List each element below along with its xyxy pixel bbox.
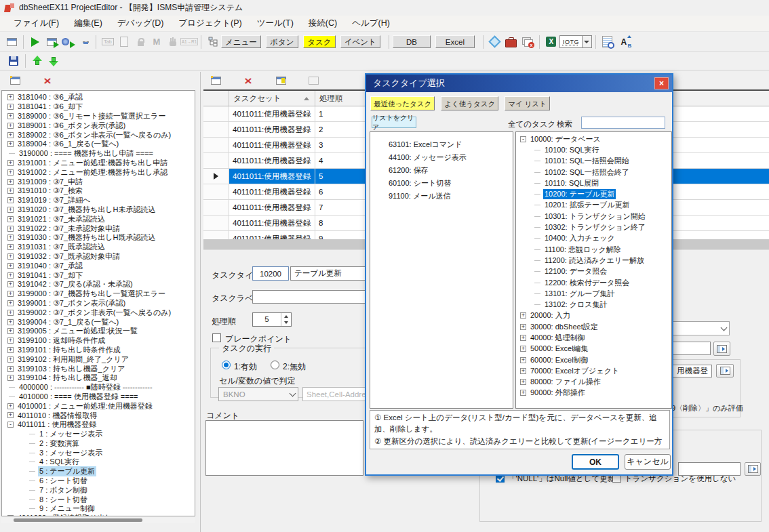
expand-toggle-icon[interactable]: + xyxy=(7,132,14,138)
tree-item[interactable]: +3191022 : ③7_未承認対象申請 xyxy=(3,224,186,233)
tree-item[interactable]: +3199002 : ③7_ボタン非表示(一覧へ戻るのみ) xyxy=(3,308,186,317)
tree-item[interactable]: 12100: データ照会 xyxy=(519,266,670,277)
view-button[interactable]: イベント xyxy=(340,35,380,48)
tree-item[interactable]: 13102: クロス集計 xyxy=(519,299,670,310)
tree-item[interactable]: +3191041 : ③7_却下 xyxy=(3,270,186,280)
tasktype-code-field[interactable]: 10200 xyxy=(252,266,289,281)
db-button[interactable]: DB xyxy=(393,35,431,48)
expand-toggle-icon[interactable]: + xyxy=(520,312,526,319)
expand-toggle-icon[interactable]: + xyxy=(520,324,526,330)
list-item[interactable]: 63101: Excelコマンド xyxy=(370,138,513,151)
tree-item[interactable]: +3189004 : ③6_1_戻る(一覧へ) xyxy=(3,140,186,149)
expand-toggle-icon[interactable]: + xyxy=(7,347,14,353)
tree-item[interactable]: 10200: テーブル更新 xyxy=(519,188,670,199)
expand-toggle-icon[interactable]: + xyxy=(7,113,14,119)
tree-item[interactable]: 10102: SQL一括照会終了 xyxy=(519,167,670,178)
expand-toggle-icon[interactable]: - xyxy=(7,422,14,428)
tree-item[interactable]: +3199005 : メニュー前処理:状況一覧 xyxy=(3,327,186,336)
tree-item[interactable]: +60000: Excel制御 xyxy=(519,354,670,365)
tree-item[interactable]: +3199101 : 持ち出し時条件作成 xyxy=(3,346,186,355)
menu-item[interactable]: 接続(C) xyxy=(301,16,344,31)
expand-toggle-icon[interactable]: + xyxy=(7,104,14,110)
tree-item[interactable]: 10100: SQL実行 xyxy=(519,144,670,155)
tree-item[interactable]: +3191042 : ③7_戻る(承認・未承認) xyxy=(3,280,186,289)
expand-toggle-icon[interactable]: + xyxy=(7,356,14,363)
tree-item[interactable]: 10301: トランザクション開始 xyxy=(519,211,670,222)
dialog-close-button[interactable]: × xyxy=(654,77,669,89)
tree-item[interactable]: +3181040 : ③6_承認 xyxy=(3,93,186,102)
expand-toggle-icon[interactable]: + xyxy=(7,160,14,166)
tree-item[interactable]: +4011010 : 機器情報取得 xyxy=(3,411,186,420)
tree-item[interactable]: 10400: 入力チェック xyxy=(519,233,670,244)
delete-task-icon[interactable]: × xyxy=(241,73,256,88)
expand-toggle-icon[interactable]: + xyxy=(520,368,526,374)
menu-item[interactable]: デバッグ(D) xyxy=(110,16,172,31)
expand-button-3[interactable] xyxy=(745,462,761,476)
toolbox-icon[interactable] xyxy=(504,35,519,49)
expand-toggle-icon[interactable]: + xyxy=(7,328,14,334)
right-field-3[interactable] xyxy=(678,462,741,476)
expand-toggle-icon[interactable]: - xyxy=(520,136,526,142)
iotg-dropdown[interactable]: IOTG xyxy=(559,35,592,48)
hierarchy-icon[interactable] xyxy=(205,35,220,49)
expand-toggle-icon[interactable]: + xyxy=(7,310,14,316)
tree-item[interactable]: +3181041 : ③6_却下 xyxy=(3,102,186,112)
expand-toggle-icon[interactable]: + xyxy=(520,335,526,341)
tree-item[interactable]: +3199001 : ③7_ボタン表示(承認) xyxy=(3,299,186,308)
tree-item[interactable]: 3 : メッセージ表示 xyxy=(3,448,186,457)
expand-toggle-icon[interactable]: + xyxy=(7,375,14,381)
tree-item[interactable]: 10302: トランザクション終了 xyxy=(519,222,670,232)
dialog-tab[interactable]: 最近使ったタスク xyxy=(370,96,435,110)
expand-toggle-icon[interactable]: + xyxy=(7,226,14,232)
tree-item[interactable]: +4011020 : 登録情報取り出し xyxy=(3,514,186,516)
tree-item[interactable]: 7 : ボタン制御 xyxy=(3,485,186,495)
tree-item[interactable]: -4011011 : 使用機器登録 xyxy=(3,420,186,430)
panel-splitter[interactable] xyxy=(200,72,201,532)
tree-item[interactable]: 10101: SQL一括照会開始 xyxy=(519,156,670,167)
tree-horizontal-scrollbar[interactable] xyxy=(1,517,195,523)
view-button[interactable]: メニュー xyxy=(221,35,261,48)
new-task-icon[interactable] xyxy=(208,73,223,88)
expand-toggle-icon[interactable]: + xyxy=(7,179,14,185)
tree-item[interactable]: +3199000 : ③7_機器持ち出し一覧選択エラー xyxy=(3,289,186,299)
excel-app-icon[interactable]: X xyxy=(544,35,559,49)
tree-item[interactable]: +3191030 : ③7_機器持ち出しH既承認読込 xyxy=(3,233,186,243)
tree-item[interactable]: 5 : テーブル更新 xyxy=(3,467,186,476)
tree-item[interactable]: +70000: Excelオブジェクト xyxy=(519,365,670,376)
tree-item[interactable]: 4 : SQL実行 xyxy=(3,457,186,467)
tree-item[interactable]: +3199102 : 利用期間_終了_クリア xyxy=(3,354,186,364)
clear-list-button[interactable]: リストをクリア xyxy=(372,117,416,128)
tree-item[interactable]: +20000: 入力 xyxy=(519,310,670,321)
tree-item[interactable]: +3189001 : ③6_ボタン表示(承認) xyxy=(3,121,186,130)
expand-toggle-icon[interactable]: + xyxy=(7,515,14,516)
tree-item[interactable]: 1 : メッセージ表示 xyxy=(3,430,186,439)
build-run-icon[interactable] xyxy=(60,35,75,49)
move-up-icon[interactable] xyxy=(30,54,45,68)
tree-item[interactable]: 9 : メニュー制御 xyxy=(3,504,186,514)
tree-item[interactable]: +3189000 : ③6_リモート接続一覧選択エラー xyxy=(3,112,186,121)
close-forms-icon[interactable]: x xyxy=(520,35,535,49)
expand-button-1[interactable] xyxy=(713,342,730,356)
expand-toggle-icon[interactable]: + xyxy=(520,379,526,385)
dialog-tab[interactable]: よく使うタスク xyxy=(441,96,498,110)
comment-field[interactable] xyxy=(205,420,363,476)
new-window-icon[interactable] xyxy=(77,35,92,49)
tree-item[interactable]: +80000: ファイル操作 xyxy=(519,377,670,388)
expand-toggle-icon[interactable]: + xyxy=(520,357,526,363)
expand-toggle-icon[interactable]: + xyxy=(7,169,14,176)
expand-toggle-icon[interactable]: + xyxy=(7,272,14,279)
tree-item[interactable]: 11200: 読込済みクエリー解放 xyxy=(519,255,670,266)
chevron-down-icon[interactable] xyxy=(583,35,592,48)
rename-icon[interactable]: AB xyxy=(616,35,631,49)
project-window-icon[interactable] xyxy=(4,35,19,49)
tree-item[interactable]: +3191040 : ③7_承認 xyxy=(3,261,186,270)
expand-toggle-icon[interactable]: + xyxy=(7,207,14,213)
tree-item[interactable]: +3191010 : ③7_検索 xyxy=(3,186,186,196)
run-icon[interactable] xyxy=(28,35,43,49)
delete-taskset-icon[interactable]: × xyxy=(40,73,55,88)
search-input[interactable] xyxy=(581,117,665,129)
dialog-tab[interactable]: マイ リスト xyxy=(505,96,550,110)
tree-item[interactable]: +3199104 : 持ち出し機器_返却 xyxy=(3,373,186,383)
tree-item[interactable]: +3191031 : ③7_既承認読込 xyxy=(3,243,186,252)
view-button[interactable]: タスク xyxy=(303,35,336,48)
